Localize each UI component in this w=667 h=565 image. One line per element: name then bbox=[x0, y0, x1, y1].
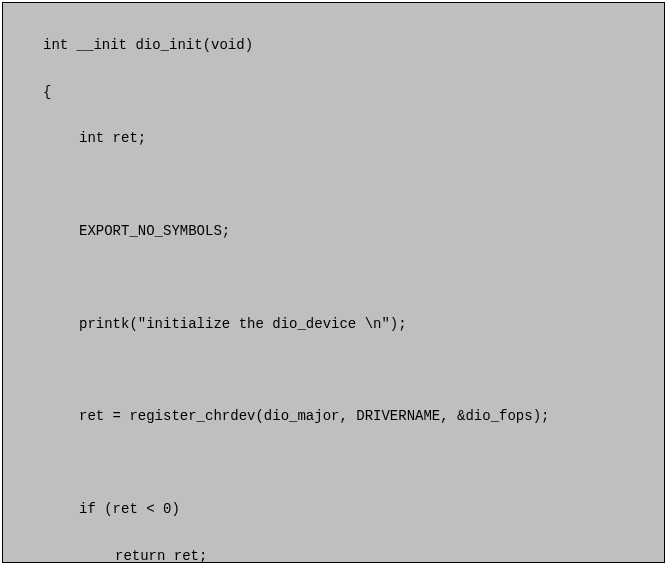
code-line: int __init dio_init(void) bbox=[43, 36, 664, 55]
code-line: ret = register_chrdev(dio_major, DRIVERN… bbox=[43, 407, 664, 426]
code-line: return ret; bbox=[43, 547, 664, 565]
blank-line bbox=[43, 176, 664, 194]
blank-line bbox=[43, 362, 664, 380]
code-line: if (ret < 0) bbox=[43, 500, 664, 519]
code-line: int ret; bbox=[43, 129, 664, 148]
code-listing: int __init dio_init(void) { int ret; EXP… bbox=[2, 2, 665, 563]
code-line: printk("initialize the dio_device \n"); bbox=[43, 315, 664, 334]
code-line: { bbox=[43, 83, 664, 102]
code-line: EXPORT_NO_SYMBOLS; bbox=[43, 222, 664, 241]
blank-line bbox=[43, 454, 664, 472]
blank-line bbox=[43, 269, 664, 287]
